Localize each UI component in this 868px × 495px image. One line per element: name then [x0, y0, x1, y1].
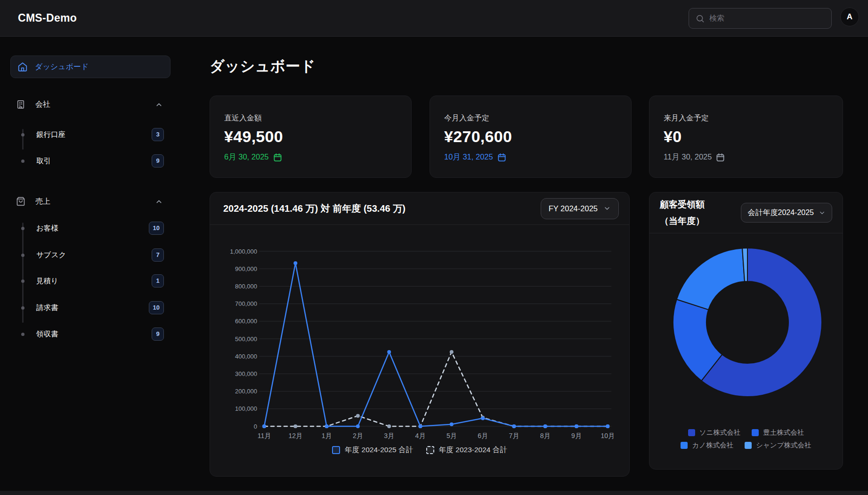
tree-dot	[21, 133, 24, 136]
svg-text:300,000: 300,000	[235, 370, 257, 377]
stat-card-this-month: 今月入金予定 ¥270,600 10月 31, 2025	[430, 96, 632, 178]
stat-card-recent-deposit: 直近入金額 ¥49,500 6月 30, 2025	[210, 96, 412, 178]
stat-date-text: 11月 30, 2025	[664, 152, 712, 162]
svg-text:7月: 7月	[509, 432, 519, 439]
user-avatar[interactable]: A	[840, 8, 859, 26]
donut-year-dropdown[interactable]: 会計年度2024-2025	[741, 203, 832, 223]
count-badge: 1	[152, 274, 164, 287]
app-brand: CMS-Demo	[18, 0, 77, 36]
sidebar-item-label: 銀行口座	[36, 130, 65, 140]
legend-item[interactable]: シャンプ株式会社	[745, 441, 811, 450]
svg-text:600,000: 600,000	[235, 318, 257, 325]
sidebar-section-sales[interactable]: 売上	[16, 193, 166, 210]
chevron-down-icon	[819, 209, 826, 216]
svg-text:2月: 2月	[353, 432, 363, 439]
home-icon	[17, 62, 28, 72]
count-badge: 9	[152, 327, 164, 341]
svg-text:11月: 11月	[258, 432, 271, 439]
stat-date: 6月 30, 2025	[224, 152, 397, 162]
sidebar-item-label: 領収書	[36, 329, 58, 339]
svg-text:400,000: 400,000	[235, 353, 257, 360]
tree-dot	[21, 279, 24, 283]
sidebar: ダッシュボード 会社 銀行口座 3 取引 9	[0, 37, 180, 495]
count-badge: 3	[152, 128, 164, 141]
svg-text:1月: 1月	[322, 432, 332, 439]
dashboard-screen: CMS-Demo A ダッシュボード	[0, 0, 868, 495]
svg-text:500,000: 500,000	[235, 335, 257, 343]
donut-slice	[677, 248, 745, 310]
svg-text:4月: 4月	[415, 432, 426, 439]
calendar-icon	[497, 153, 506, 162]
svg-text:800,000: 800,000	[235, 283, 257, 290]
search-icon	[696, 14, 705, 23]
shopping-bag-icon	[16, 197, 25, 206]
dropdown-value: 会計年度2024-2025	[747, 208, 814, 218]
donut-legend: ソニ株式会社豊土株式会社カノ株式会社シャンプ株式会社	[649, 426, 843, 452]
donut-title: 顧客受領額 （当年度）	[660, 196, 705, 229]
customer-receipts-card: 顧客受領額 （当年度） 会計年度2024-2025 ソニ株式会社豊土株式会社カノ…	[649, 192, 843, 470]
fiscal-year-dropdown[interactable]: FY 2024-2025	[541, 198, 619, 219]
donut-title-line1: 顧客受領額	[660, 196, 705, 213]
stat-date-text: 6月 30, 2025	[224, 152, 269, 162]
legend-item[interactable]: カノ株式会社	[681, 441, 733, 450]
legend-swatch	[752, 429, 759, 436]
sidebar-item-dashboard[interactable]: ダッシュボード	[10, 56, 170, 78]
legend-label: 豊土株式会社	[763, 428, 804, 437]
legend-item[interactable]: 年度 2023-2024 合計	[426, 445, 507, 455]
count-badge: 10	[149, 301, 164, 314]
line-chart-title: 2024-2025 (141.46 万) 対 前年度 (53.46 万)	[223, 202, 406, 215]
chevron-up-icon	[155, 101, 163, 109]
legend-item[interactable]: 豊土株式会社	[752, 428, 804, 437]
topbar: CMS-Demo A	[0, 0, 868, 37]
revenue-comparison-card: 0100,000200,000300,000400,000500,000600,…	[210, 192, 630, 477]
donut-legend-row: ソニ株式会社豊土株式会社	[649, 426, 843, 439]
legend-item[interactable]: 年度 2024-2025 合計	[332, 445, 413, 455]
stat-label: 来月入金予定	[664, 113, 828, 123]
svg-text:700,000: 700,000	[235, 300, 257, 307]
page-title: ダッシュボード	[210, 56, 316, 76]
chevron-up-icon	[155, 198, 163, 206]
stat-date-text: 10月 31, 2025	[444, 152, 493, 162]
sidebar-item-bank-accounts[interactable]: 銀行口座 3	[16, 126, 166, 143]
legend-label: ソニ株式会社	[699, 428, 741, 437]
tree-dot	[21, 160, 24, 163]
sidebar-item-subscriptions[interactable]: サブスク 7	[16, 247, 166, 263]
sidebar-item-receipts[interactable]: 領収書 9	[16, 326, 166, 343]
calendar-icon	[273, 153, 282, 162]
tree-dot	[21, 306, 24, 310]
legend-marker	[426, 446, 434, 454]
sidebar-item-customers[interactable]: お客様 10	[16, 220, 166, 237]
svg-text:5月: 5月	[446, 432, 457, 439]
legend-item[interactable]: ソニ株式会社	[688, 428, 741, 437]
donut-slice	[673, 299, 722, 381]
line-chart-legend: 年度 2024-2025 合計年度 2023-2024 合計	[210, 445, 629, 455]
sidebar-section-company[interactable]: 会社	[16, 96, 166, 113]
count-badge: 7	[152, 248, 164, 262]
svg-text:10月: 10月	[601, 432, 615, 439]
donut-slice	[742, 248, 747, 281]
svg-text:12月: 12月	[289, 432, 303, 439]
line-chart-header: 2024-2025 (141.46 万) 対 前年度 (53.46 万) FY …	[210, 192, 629, 225]
dropdown-value: FY 2024-2025	[549, 204, 598, 213]
donut-legend-row: カノ株式会社シャンプ株式会社	[649, 439, 843, 452]
tree-dot	[21, 254, 24, 257]
sidebar-item-invoices[interactable]: 請求書 10	[16, 299, 166, 316]
stat-value: ¥49,500	[224, 128, 397, 146]
svg-text:8月: 8月	[540, 432, 551, 439]
sidebar-item-label: 請求書	[36, 303, 58, 313]
donut-title-line2: （当年度）	[660, 213, 705, 229]
search-input[interactable]	[709, 14, 825, 23]
svg-text:9月: 9月	[571, 432, 582, 439]
sidebar-item-transactions[interactable]: 取引 9	[16, 152, 166, 169]
stat-label: 直近入金額	[224, 113, 397, 123]
sidebar-item-quotes[interactable]: 見積り 1	[16, 272, 166, 289]
tree-dot	[21, 227, 24, 230]
line-chart: 0100,000200,000300,000400,000500,000600,…	[210, 192, 630, 477]
search-box[interactable]	[689, 8, 832, 29]
legend-label: シャンプ株式会社	[756, 441, 811, 450]
sidebar-section-label: 売上	[35, 197, 50, 207]
building-icon	[16, 100, 25, 109]
legend-label: カノ株式会社	[692, 441, 733, 450]
svg-text:1,000,000: 1,000,000	[230, 248, 257, 255]
sidebar-item-label: 見積り	[36, 276, 58, 286]
